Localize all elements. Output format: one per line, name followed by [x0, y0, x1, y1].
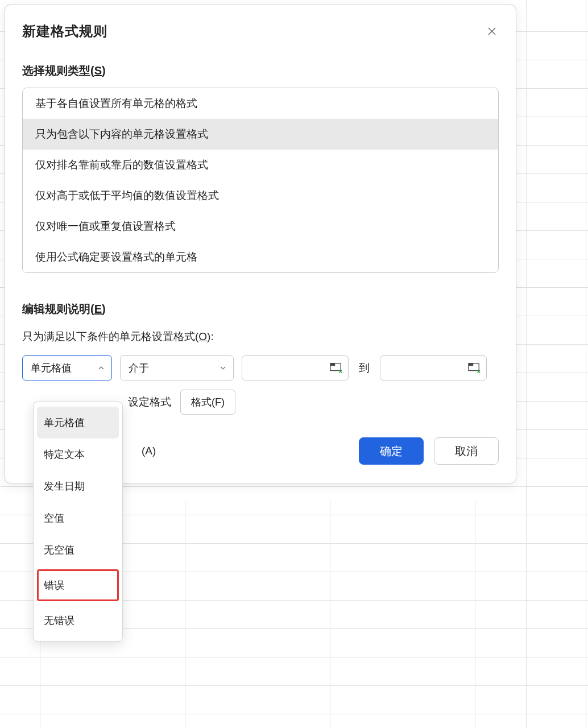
ok-button[interactable]: 确定: [359, 437, 424, 465]
condition-label: 只为满足以下条件的单元格设置格式(O):: [22, 329, 499, 344]
range-to-input[interactable]: [380, 355, 487, 380]
rule-type-item[interactable]: 仅对唯一值或重复值设置格式: [23, 211, 498, 242]
rule-type-item[interactable]: 仅对高于或低于平均值的数值设置格式: [23, 180, 498, 211]
chevron-down-icon: [218, 363, 227, 373]
dropdown-value: 单元格值: [31, 361, 72, 375]
dropdown-option-blanks[interactable]: 空值: [37, 502, 119, 534]
operator-dropdown[interactable]: 介于: [120, 355, 234, 380]
apply-label: (A): [142, 445, 156, 457]
chevron-up-icon: [97, 363, 106, 373]
rule-type-item[interactable]: 仅对排名靠前或靠后的数值设置格式: [23, 150, 498, 180]
svg-rect-1: [330, 363, 335, 366]
dropdown-option-specific-text[interactable]: 特定文本: [37, 439, 119, 470]
dropdown-option-errors[interactable]: 错误: [37, 569, 119, 601]
range-from-input[interactable]: [242, 355, 349, 380]
dialog-header: 新建格式规则: [22, 22, 499, 40]
rule-type-item[interactable]: 只为包含以下内容的单元格设置格式: [23, 119, 498, 150]
cancel-button[interactable]: 取消: [434, 437, 499, 465]
dialog-title: 新建格式规则: [22, 22, 107, 40]
close-button[interactable]: [485, 24, 499, 38]
rule-type-item[interactable]: 使用公式确定要设置格式的单元格: [23, 242, 498, 272]
dropdown-value: 介于: [129, 361, 149, 375]
rule-type-list: 基于各自值设置所有单元格的格式 只为包含以下内容的单元格设置格式 仅对排名靠前或…: [22, 88, 499, 273]
dropdown-option-no-blanks[interactable]: 无空值: [37, 534, 119, 566]
cell-reference-icon: [468, 362, 481, 374]
format-button[interactable]: 格式(F): [180, 390, 235, 415]
dropdown-option-no-errors[interactable]: 无错误: [37, 605, 119, 636]
condition-row: 单元格值 介于 到: [22, 355, 499, 380]
close-icon: [487, 26, 497, 36]
rule-type-item[interactable]: 基于各自值设置所有单元格的格式: [23, 88, 498, 119]
dropdown-option-cell-value[interactable]: 单元格值: [37, 407, 119, 439]
cell-reference-icon: [330, 362, 342, 374]
svg-rect-3: [469, 363, 473, 366]
rule-type-section-label: 选择规则类型(S): [22, 63, 499, 78]
condition-type-dropdown[interactable]: 单元格值: [22, 355, 112, 380]
to-label: 到: [357, 361, 372, 375]
dropdown-option-dates-occurring[interactable]: 发生日期: [37, 470, 119, 502]
condition-type-dropdown-menu: 单元格值 特定文本 发生日期 空值 无空值 错误 无错误: [33, 402, 123, 642]
edit-rule-section-label: 编辑规则说明(E): [22, 301, 499, 317]
